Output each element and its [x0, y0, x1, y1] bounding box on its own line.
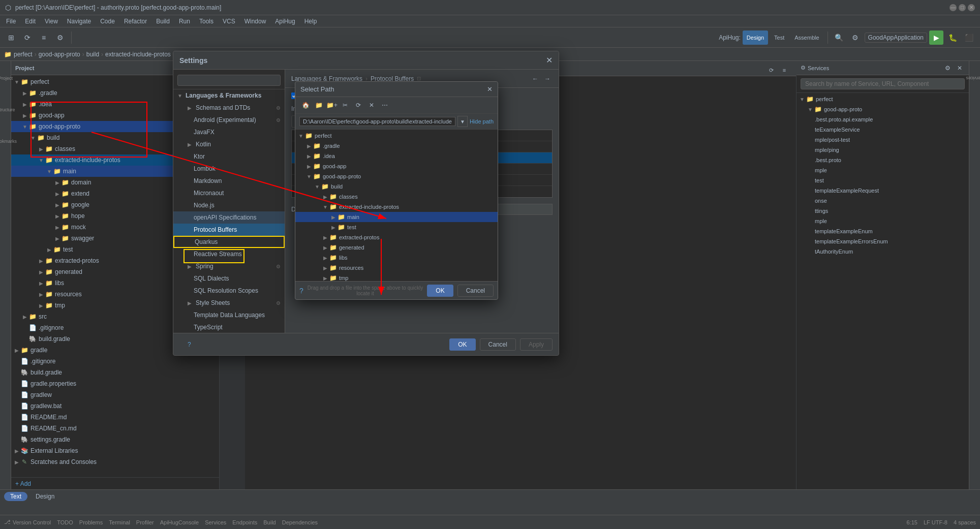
dialog-close-button[interactable]: ✕: [546, 55, 553, 65]
nav-style-sheets[interactable]: ▶ Style Sheets ⚙: [173, 297, 285, 309]
menu-tools[interactable]: Tools: [195, 17, 218, 26]
sp-cut-btn[interactable]: ✂: [339, 99, 351, 111]
menu-code[interactable]: Code: [96, 17, 119, 26]
close-button[interactable]: ✕: [968, 4, 975, 11]
breadcrumb-build[interactable]: build: [86, 51, 99, 58]
sp-tree-perfect[interactable]: ▼ 📁 perfect: [295, 131, 498, 141]
menu-refactor[interactable]: Refactor: [120, 17, 151, 26]
status-problems[interactable]: Problems: [79, 519, 103, 525]
structure-side-btn[interactable]: Structure: [0, 105, 21, 114]
sp-tree-good-app[interactable]: ▶ 📁 good-app: [295, 161, 498, 171]
sp-tree-build[interactable]: ▼ 📁 build: [295, 181, 498, 192]
sp-home-btn[interactable]: 🏠: [299, 99, 312, 111]
debug-btn[interactable]: 🐛: [945, 30, 960, 45]
rp-item-10[interactable]: ttings: [797, 206, 969, 216]
rp-item-7[interactable]: test: [797, 175, 969, 185]
sp-path-dropdown-btn[interactable]: ▼: [457, 116, 468, 127]
bookmarks-side-btn[interactable]: Bookmarks: [0, 137, 21, 146]
content-forward-btn[interactable]: →: [542, 74, 553, 84]
nav-spring[interactable]: ▶ Spring ⚙: [173, 260, 285, 272]
nav-ktor[interactable]: Ktor: [173, 150, 285, 163]
sp-delete-btn[interactable]: ✕: [365, 99, 378, 111]
nav-sql-dialects[interactable]: SQL Dialects: [173, 272, 285, 285]
sp-tree-idea[interactable]: ▶ 📁 .idea: [295, 151, 498, 161]
menu-help[interactable]: Help: [300, 17, 321, 26]
menu-build[interactable]: Build: [152, 17, 174, 26]
tab-text[interactable]: Text: [4, 492, 27, 501]
rp-item-9[interactable]: onse: [797, 196, 969, 206]
status-services[interactable]: Services: [205, 519, 226, 525]
menu-window[interactable]: Window: [240, 17, 270, 26]
rp-item-14[interactable]: tAuthorityEnum: [797, 246, 969, 257]
breadcrumb-perfect[interactable]: perfect: [14, 51, 33, 58]
content-back-btn[interactable]: ←: [530, 74, 540, 84]
nav-quarkus[interactable]: Quarkus: [173, 236, 285, 248]
nav-nodejs[interactable]: Node.js: [173, 199, 285, 211]
tree-item-readme[interactable]: ▶ 📄 README.md: [11, 412, 219, 423]
tree-item-scratches[interactable]: ▶ ✎ Scratches and Consoles: [11, 456, 219, 468]
status-build[interactable]: Build: [263, 519, 275, 525]
sp-tree-generated[interactable]: ▶ 📁 generated: [295, 242, 498, 253]
tree-item-build-gradle[interactable]: ▶ 🐘 build.gradle: [11, 367, 219, 378]
design-btn[interactable]: Design: [743, 30, 768, 45]
tree-item-gradlew[interactable]: ▶ 📄 gradlew: [11, 389, 219, 400]
rp-item-1[interactable]: .best.proto.api.example: [797, 114, 969, 125]
tree-item-gitignore-outer[interactable]: ▶ 📄 .gitignore: [11, 356, 219, 367]
stop-btn[interactable]: ⬛: [962, 30, 976, 45]
rp-close-btn[interactable]: ✕: [955, 63, 965, 73]
rp-item-3[interactable]: mple/post-test: [797, 135, 969, 145]
rp-item-6[interactable]: mple: [797, 165, 969, 175]
rp-item-8[interactable]: templateExampleRequest: [797, 185, 969, 196]
sp-tree-classes[interactable]: ▶ 📁 classes: [295, 192, 498, 202]
nav-android[interactable]: Android (Experimental) ⚙: [173, 114, 285, 126]
nav-micronaout[interactable]: Micronaout: [173, 187, 285, 199]
toolbar-sync-btn[interactable]: ⟳: [20, 30, 35, 45]
sp-tree-extracted-protos[interactable]: ▶ 📁 extracted-protos: [295, 232, 498, 242]
ok-button[interactable]: OK: [449, 338, 475, 351]
nav-schemas-dtds[interactable]: ▶ Schemas and DTDs ⚙: [173, 102, 285, 114]
sp-help-btn[interactable]: ?: [299, 287, 303, 295]
menu-edit[interactable]: Edit: [21, 17, 40, 26]
sp-tree-good-app-proto[interactable]: ▼ 📁 good-app-proto: [295, 171, 498, 181]
breadcrumb-good-app-proto[interactable]: good-app-proto: [39, 51, 80, 58]
toolbar-gear-btn[interactable]: ⚙: [53, 30, 67, 45]
menu-navigate[interactable]: Navigate: [63, 17, 95, 26]
menu-vcs[interactable]: VCS: [219, 17, 239, 26]
sp-path-input[interactable]: [299, 117, 455, 126]
sp-tree-test[interactable]: ▶ 📁 test: [295, 222, 498, 232]
sp-tree-libs[interactable]: ▶ 📁 libs: [295, 253, 498, 263]
maximize-button[interactable]: □: [959, 4, 966, 11]
sp-tree-main[interactable]: ▶ 📁 main: [295, 212, 498, 222]
sp-refresh-btn[interactable]: ⟳: [352, 99, 364, 111]
sp-tree-gradle[interactable]: ▶ 📁 .gradle: [295, 141, 498, 151]
status-profiler[interactable]: Profiler: [136, 519, 154, 525]
rp-perfect[interactable]: ▼ 📁 perfect: [797, 94, 969, 104]
rp-item-12[interactable]: templateExampleEnum: [797, 226, 969, 236]
rp-item-5[interactable]: .best.proto: [797, 155, 969, 165]
sp-tree-extracted-include[interactable]: ▼ 📁 extracted-include-protos: [295, 202, 498, 212]
minimize-button[interactable]: —: [950, 4, 957, 11]
menu-view[interactable]: View: [41, 17, 62, 26]
rp-item-2[interactable]: teExampleService: [797, 125, 969, 135]
menu-file[interactable]: File: [2, 17, 20, 26]
status-vc[interactable]: ⎇ Version Control: [4, 519, 51, 525]
assemble-btn[interactable]: Assemble: [790, 30, 823, 45]
help-button[interactable]: ?: [179, 339, 199, 350]
rp-item-11[interactable]: mple: [797, 216, 969, 226]
status-apihugconsole[interactable]: ApiHugConsole: [160, 519, 199, 525]
nav-typescript[interactable]: TypeScript: [173, 321, 285, 333]
sp-tree-tmp[interactable]: ▶ 📁 tmp: [295, 273, 498, 281]
run-button[interactable]: ▶: [929, 30, 943, 45]
editor-sync-btn[interactable]: ⟳: [765, 65, 777, 76]
sp-hide-path-btn[interactable]: Hide path: [470, 118, 494, 125]
tab-design[interactable]: Design: [29, 492, 60, 501]
nav-languages-frameworks[interactable]: ▼ Languages & Frameworks: [173, 89, 285, 102]
status-endpoints[interactable]: Endpoints: [232, 519, 257, 525]
editor-format-btn[interactable]: ≡: [779, 65, 790, 76]
tree-item-gradle-props[interactable]: ▶ 📄 gradle.properties: [11, 378, 219, 389]
sp-close-button[interactable]: ✕: [487, 85, 493, 93]
status-terminal[interactable]: Terminal: [109, 519, 130, 525]
sp-new-folder-btn[interactable]: 📁+: [326, 99, 338, 111]
rp-item-4[interactable]: mple/ping: [797, 145, 969, 155]
services-side-btn[interactable]: Services: [960, 74, 981, 83]
